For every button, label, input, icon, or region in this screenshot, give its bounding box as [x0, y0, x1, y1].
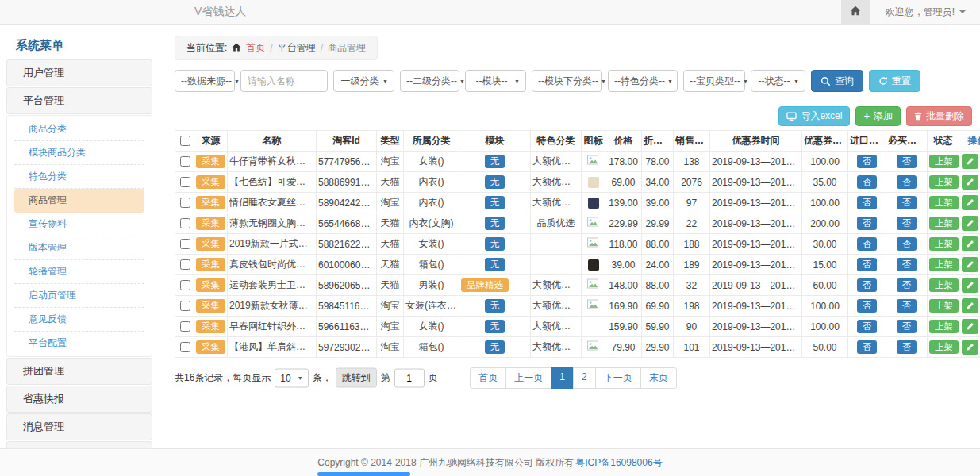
pager-next[interactable]: 下一页 — [595, 367, 641, 389]
row-checkbox[interactable] — [180, 218, 190, 228]
status-badge[interactable]: 上架 — [929, 258, 959, 271]
must-buy-badge[interactable]: 否 — [897, 237, 917, 251]
pager-prev[interactable]: 上一页 — [505, 367, 551, 389]
sidebar-subitem-9[interactable]: 启动页管理 — [14, 284, 144, 308]
must-buy-badge[interactable]: 否 — [897, 320, 917, 333]
breadcrumb-home-link[interactable]: 首页 — [246, 41, 265, 55]
import-select-badge[interactable]: 否 — [857, 196, 878, 209]
home-button[interactable] — [841, 0, 870, 24]
filter-select-7[interactable]: --宝贝类型--▼ — [683, 70, 745, 92]
row-checkbox[interactable] — [180, 156, 190, 167]
module-badge: 无 — [485, 155, 505, 168]
sidebar-subitem-4[interactable]: 特色分类 — [14, 165, 144, 189]
import-select-badge[interactable]: 否 — [857, 278, 878, 292]
reset-button[interactable]: 重置 — [869, 70, 920, 92]
cell-module: 无 — [459, 213, 531, 234]
status-badge[interactable]: 上架 — [929, 175, 959, 189]
sidebar-subitem-2[interactable]: 商品分类 — [14, 117, 144, 141]
import-select-badge[interactable]: 否 — [857, 217, 878, 230]
must-buy-badge[interactable]: 否 — [897, 175, 917, 189]
edit-button[interactable] — [962, 216, 978, 231]
status-badge[interactable]: 上架 — [929, 237, 959, 251]
row-checkbox[interactable] — [180, 321, 190, 332]
pager-page-2[interactable]: 2 — [573, 367, 596, 389]
row-checkbox[interactable] — [180, 198, 190, 208]
status-badge[interactable]: 上架 — [929, 340, 959, 354]
must-buy-badge[interactable]: 否 — [897, 196, 917, 209]
edit-button[interactable] — [962, 298, 978, 313]
edit-button[interactable] — [962, 195, 978, 210]
row-checkbox[interactable] — [180, 342, 190, 352]
sidebar-subitem-7[interactable]: 版本管理 — [14, 236, 144, 260]
filter-select-8[interactable]: --状态--▼ — [751, 70, 805, 92]
filter-select-3[interactable]: --二级分类--▼ — [400, 70, 459, 92]
edit-button[interactable] — [962, 278, 978, 293]
pager-last[interactable]: 末页 — [640, 367, 677, 389]
sidebar-subitem-8[interactable]: 轮播管理 — [14, 260, 144, 284]
import-excel-button[interactable]: 导入excel — [778, 106, 850, 126]
edit-button[interactable] — [962, 154, 978, 169]
batch-delete-button[interactable]: 批量删除 — [906, 106, 972, 126]
must-buy-badge[interactable]: 否 — [897, 217, 917, 230]
sidebar-subitem-6[interactable]: 宣传物料 — [14, 213, 144, 236]
module-badge: 品牌精选 — [461, 278, 509, 292]
must-buy-badge[interactable]: 否 — [897, 258, 917, 271]
must-buy-badge[interactable]: 否 — [897, 340, 917, 354]
import-select-badge[interactable]: 否 — [857, 175, 878, 189]
edit-button[interactable] — [962, 175, 978, 190]
breadcrumb-section-link[interactable]: 平台管理 — [278, 41, 316, 55]
pager-page-1[interactable]: 1 — [551, 367, 574, 389]
sidebar-subitem-5[interactable]: 商品管理 — [14, 189, 144, 213]
source-badge: 采集 — [196, 258, 225, 271]
icp-link[interactable]: 粤ICP备16098006号 — [575, 456, 662, 470]
import-select-badge[interactable]: 否 — [857, 299, 878, 313]
sidebar-subitem-11[interactable]: 平台配置 — [14, 332, 144, 355]
sidebar-item-14[interactable]: 消息管理 — [6, 413, 152, 440]
must-buy-badge[interactable]: 否 — [897, 299, 917, 313]
row-checkbox[interactable] — [180, 239, 190, 249]
horizontal-scrollbar-thumb[interactable] — [317, 472, 410, 476]
sidebar-subitem-10[interactable]: 意见反馈 — [14, 308, 144, 332]
jump-button[interactable]: 跳转到 — [336, 368, 377, 388]
sidebar-subitem-3[interactable]: 模块商品分类 — [14, 141, 144, 165]
filter-select-6[interactable]: --特色分类--▼ — [608, 70, 678, 92]
must-buy-badge[interactable]: 否 — [897, 155, 917, 168]
sidebar-item-0[interactable]: 用户管理 — [6, 60, 152, 86]
select-all-checkbox[interactable] — [180, 136, 190, 146]
row-checkbox[interactable] — [180, 259, 190, 270]
edit-button[interactable] — [962, 319, 978, 334]
pager-first[interactable]: 首页 — [470, 367, 506, 389]
edit-button[interactable] — [962, 257, 978, 272]
import-select-badge[interactable]: 否 — [857, 237, 878, 251]
status-badge[interactable]: 上架 — [929, 299, 959, 313]
status-badge[interactable]: 上架 — [929, 155, 959, 168]
filter-select-2[interactable]: 一级分类▼ — [333, 70, 394, 92]
user-menu[interactable]: 欢迎您，管理员! — [870, 6, 980, 19]
search-button[interactable]: 查询 — [811, 70, 863, 92]
name-search-input[interactable] — [240, 70, 328, 92]
row-checkbox[interactable] — [180, 301, 190, 311]
status-badge[interactable]: 上架 — [929, 278, 959, 292]
status-badge[interactable]: 上架 — [929, 320, 959, 333]
sidebar-item-13[interactable]: 省惠快报 — [6, 386, 152, 413]
cell-status: 上架 — [928, 255, 959, 275]
status-badge[interactable]: 上架 — [929, 217, 959, 230]
per-page-select[interactable]: 10 ▼ — [275, 368, 308, 387]
add-button[interactable]: + 添加 — [855, 106, 901, 126]
edit-button[interactable] — [962, 340, 978, 355]
filter-select-0[interactable]: --数据来源--▼ — [175, 70, 235, 92]
import-select-badge[interactable]: 否 — [857, 258, 878, 271]
must-buy-badge[interactable]: 否 — [897, 278, 917, 292]
status-badge[interactable]: 上架 — [929, 196, 959, 209]
sidebar-item-1[interactable]: 平台管理 — [6, 87, 152, 114]
row-checkbox[interactable] — [180, 280, 190, 290]
import-select-badge[interactable]: 否 — [857, 320, 878, 333]
edit-button[interactable] — [962, 236, 978, 251]
sidebar-item-12[interactable]: 拼团管理 — [6, 358, 152, 385]
import-select-badge[interactable]: 否 — [857, 155, 878, 168]
filter-select-4[interactable]: --模块--▼ — [465, 70, 526, 92]
jump-page-input[interactable] — [394, 368, 425, 387]
filter-select-5[interactable]: --模块下分类--▼ — [532, 70, 602, 92]
import-select-badge[interactable]: 否 — [857, 340, 878, 354]
row-checkbox[interactable] — [180, 177, 190, 187]
